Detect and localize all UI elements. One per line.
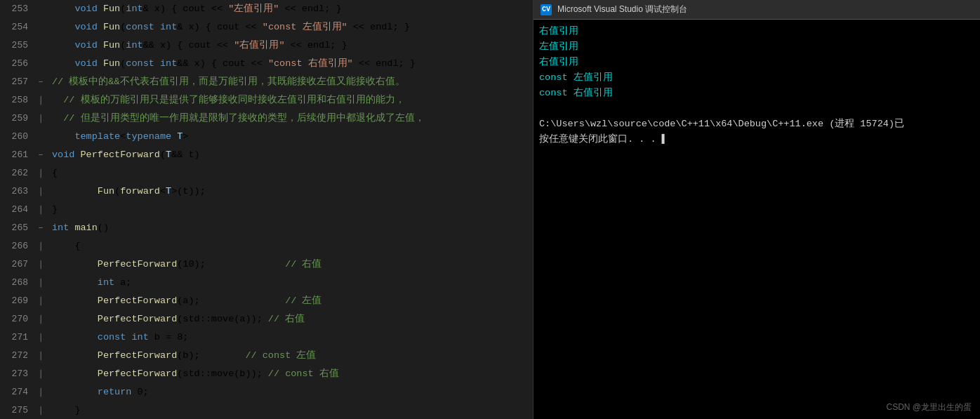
vs-icon-label: CV bbox=[542, 6, 550, 13]
code-line-272: 272 │ PerfectForward(b); // const 左值 bbox=[0, 347, 533, 365]
console-output-line-4: const 左值引用 bbox=[539, 70, 974, 86]
code-line-263: 263 │ Fun(forward<T>(t)); bbox=[0, 182, 533, 201]
code-line-262: 262 │ { bbox=[0, 164, 533, 182]
console-output-line-5: const 右值引用 bbox=[539, 86, 974, 101]
code-line-273: 273 │ PerfectForward(std::move(b)); // c… bbox=[0, 365, 533, 383]
code-line-253: 253 void Fun(int& x) { cout << "左值引用" <<… bbox=[0, 0, 533, 18]
code-line-264: 264 │ } bbox=[0, 201, 533, 219]
code-line-260: 260 template<typename T> bbox=[0, 128, 533, 146]
code-line-254: 254 void Fun(const int& x) { cout << "co… bbox=[0, 18, 533, 36]
console-output-line-1: 右值引用 bbox=[539, 24, 974, 39]
code-line-265: 265 − int main() bbox=[0, 219, 533, 237]
console-title: Microsoft Visual Studio 调试控制台 bbox=[557, 4, 687, 15]
code-line-258: 258 │ // 模板的万能引用只是提供了能够接收同时接收左值引用和右值引用的能… bbox=[0, 91, 533, 109]
console-body: 右值引用 左值引用 右值引用 const 左值引用 const 右值引用 C:\… bbox=[534, 20, 980, 419]
console-panel: CV Microsoft Visual Studio 调试控制台 右值引用 左值… bbox=[534, 0, 980, 419]
code-line-275: 275 │ } bbox=[0, 401, 533, 419]
code-line-274: 274 │ return 0; bbox=[0, 383, 533, 401]
code-line-257: 257 − // 模板中的&&不代表右值引用，而是万能引用，其既能接收左值又能接… bbox=[0, 73, 533, 91]
code-line-261: 261 − void PerfectForward(T&& t) bbox=[0, 146, 533, 164]
console-titlebar: CV Microsoft Visual Studio 调试控制台 bbox=[534, 0, 980, 20]
vs-icon: CV bbox=[541, 4, 552, 15]
console-output-line-2: 左值引用 bbox=[539, 39, 974, 55]
code-line-270: 270 │ PerfectForward(std::move(a)); // 右… bbox=[0, 310, 533, 328]
console-output-line-6 bbox=[539, 101, 974, 117]
code-line-269: 269 │ PerfectForward(a); // 左值 bbox=[0, 292, 533, 310]
code-line-259: 259 │ // 但是引用类型的唯一作用就是限制了接收的类型，后续使用中都退化成… bbox=[0, 109, 533, 128]
code-line-271: 271 │ const int b = 8; bbox=[0, 328, 533, 347]
csdn-watermark: CSDN @龙里出生的蛋 bbox=[886, 401, 972, 413]
code-editor: 253 void Fun(int& x) { cout << "左值引用" <<… bbox=[0, 0, 534, 419]
code-line-267: 267 │ PerfectForward(10); // 右值 bbox=[0, 255, 533, 274]
code-line-255: 255 void Fun(int&& x) { cout << "右值引用" <… bbox=[0, 36, 533, 55]
code-line-266: 266 │ { bbox=[0, 237, 533, 255]
code-line-268: 268 │ int a; bbox=[0, 274, 533, 292]
console-output-line-8: 按任意键关闭此窗口. . . ▌ bbox=[539, 132, 974, 147]
console-output-line-7: C:\Users\wzl\source\code\C++11\x64\Debug… bbox=[539, 117, 974, 132]
console-output-line-3: 右值引用 bbox=[539, 55, 974, 70]
code-line-256: 256 void Fun(const int&& x) { cout << "c… bbox=[0, 55, 533, 73]
